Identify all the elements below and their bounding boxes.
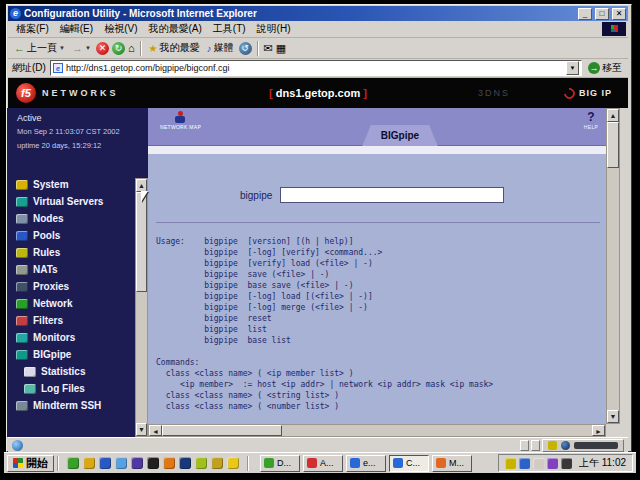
quicklaunch-icon-7[interactable] bbox=[163, 457, 175, 469]
usage-line: bigpipe [-log] merge (<file> | -) bbox=[156, 302, 602, 313]
quicklaunch-icon-3[interactable] bbox=[99, 457, 111, 469]
refresh-button[interactable]: ↻ bbox=[112, 42, 125, 55]
tray-icon-4[interactable] bbox=[547, 458, 558, 469]
close-button[interactable]: ✕ bbox=[612, 8, 626, 20]
quicklaunch-icon-5[interactable] bbox=[131, 457, 143, 469]
home-button[interactable]: ⌂ bbox=[128, 42, 135, 55]
window-title: Configuration Utility - Microsoft Intern… bbox=[24, 8, 575, 19]
bigpipe-command-input[interactable] bbox=[280, 187, 504, 203]
window-app-icon bbox=[436, 458, 446, 468]
scroll-down-button[interactable]: ▼ bbox=[607, 410, 619, 423]
floating-app-icon-1[interactable] bbox=[548, 441, 557, 450]
window-app-icon bbox=[264, 458, 274, 468]
favorites-button[interactable]: ★ 我的最愛 bbox=[147, 40, 202, 56]
help-button[interactable]: ? HELP bbox=[576, 111, 606, 130]
sidebar-item[interactable]: Virtual Servers bbox=[7, 193, 137, 210]
taskbar-window-button[interactable]: D... bbox=[260, 455, 300, 472]
address-dropdown-button[interactable]: ▼ bbox=[566, 61, 579, 75]
rules-icon bbox=[16, 248, 28, 258]
quicklaunch-icon-2[interactable] bbox=[83, 457, 95, 469]
floating-app-bar[interactable] bbox=[542, 439, 624, 452]
forward-button[interactable]: → ▼ bbox=[70, 41, 93, 55]
sidebar-item[interactable]: Rules bbox=[7, 244, 137, 261]
bigip-text: BIG IP bbox=[579, 88, 612, 98]
content-vertical-scrollbar[interactable]: ▲ ▼ bbox=[606, 108, 620, 424]
tray-volume-icon[interactable] bbox=[505, 458, 516, 469]
window-button-label: M... bbox=[449, 458, 464, 468]
media-button[interactable]: ♪ 媒體 bbox=[205, 40, 236, 56]
quicklaunch-icon-11[interactable] bbox=[227, 457, 239, 469]
taskbar: 開始 D... A... e... C... bbox=[4, 452, 636, 473]
sidebar-item[interactable]: Nodes bbox=[7, 210, 137, 227]
sidebar-item[interactable]: Monitors bbox=[7, 329, 137, 346]
forward-dropdown-icon[interactable]: ▼ bbox=[85, 45, 91, 51]
sidebar-item[interactable]: Mindterm SSH bbox=[7, 397, 137, 414]
brand-header: f5 NETWORKS [ dns1.getop.com ] 3DNS BIG … bbox=[8, 78, 628, 108]
mail-button[interactable]: ✉ bbox=[264, 42, 273, 55]
taskbar-window-button[interactable]: e... bbox=[346, 455, 386, 472]
menu-item[interactable]: 檔案(F) bbox=[11, 21, 54, 37]
tray-icon-2[interactable] bbox=[519, 458, 530, 469]
content-horizontal-scrollbar[interactable]: ◄ ► bbox=[148, 424, 606, 437]
sidebar-item[interactable]: NATs bbox=[7, 261, 137, 278]
menu-item[interactable]: 工具(T) bbox=[208, 21, 251, 37]
tray-icon-3[interactable] bbox=[533, 458, 544, 469]
network-map-button[interactable]: NETWORK MAP bbox=[160, 111, 200, 130]
sidebar-item-label: BIGpipe bbox=[33, 349, 71, 360]
mindterm-ssh-icon bbox=[16, 401, 28, 411]
menu-item[interactable]: 說明(H) bbox=[252, 21, 296, 37]
tray-icon-5[interactable] bbox=[561, 458, 572, 469]
usage-line: bigpipe [verify] load (<file> | -) bbox=[156, 258, 602, 269]
back-dropdown-icon[interactable]: ▼ bbox=[59, 45, 65, 51]
sidebar-item[interactable]: BIGpipe bbox=[7, 346, 137, 363]
usage-line: bigpipe reset bbox=[156, 313, 602, 324]
usage-line: bigpipe save (<file> | -) bbox=[156, 269, 602, 280]
back-button[interactable]: ← 上一頁 ▼ bbox=[12, 40, 67, 56]
scroll-up-button[interactable]: ▲ bbox=[607, 109, 619, 122]
start-button[interactable]: 開始 bbox=[7, 455, 54, 472]
sidebar-item[interactable]: Pools bbox=[7, 227, 137, 244]
taskbar-window-button[interactable]: A... bbox=[303, 455, 343, 472]
history-button[interactable]: ↺ bbox=[239, 42, 252, 55]
address-input[interactable] bbox=[66, 63, 563, 73]
sidebar-item[interactable]: Proxies bbox=[7, 278, 137, 295]
quicklaunch-icon-8[interactable] bbox=[179, 457, 191, 469]
stop-button[interactable]: ✕ bbox=[96, 42, 109, 55]
network-icon bbox=[16, 299, 28, 309]
quicklaunch-icon-9[interactable] bbox=[195, 457, 207, 469]
log-files-icon bbox=[24, 384, 36, 394]
taskbar-window-button[interactable]: M... bbox=[432, 455, 472, 472]
quicklaunch-icon-6[interactable] bbox=[147, 457, 159, 469]
minimize-button[interactable]: _ bbox=[578, 8, 592, 20]
quicklaunch-icon-10[interactable] bbox=[211, 457, 223, 469]
sidebar-item-label: Mindterm SSH bbox=[33, 400, 101, 411]
scroll-down-button[interactable]: ▼ bbox=[136, 423, 147, 436]
back-arrow-icon: ← bbox=[14, 42, 25, 54]
go-button[interactable]: → 移至 bbox=[586, 60, 624, 76]
floating-app-icon-2[interactable] bbox=[561, 441, 570, 450]
sidebar-item[interactable]: Filters bbox=[7, 312, 137, 329]
quicklaunch-icon-4[interactable] bbox=[115, 457, 127, 469]
print-button[interactable]: ▦ bbox=[276, 42, 286, 55]
usage-line: bigpipe base list bbox=[156, 335, 602, 346]
sidebar-item[interactable]: Statistics bbox=[7, 363, 137, 380]
go-arrow-icon: → bbox=[588, 62, 600, 74]
sidebar-item[interactable]: System bbox=[7, 176, 137, 193]
taskbar-window-button[interactable]: C... bbox=[389, 455, 429, 472]
scrollbar-thumb[interactable] bbox=[607, 122, 619, 168]
scrollbar-thumb[interactable] bbox=[136, 192, 147, 292]
sidebar-item[interactable]: Network bbox=[7, 295, 137, 312]
scroll-left-button[interactable]: ◄ bbox=[149, 425, 162, 436]
scrollbar-thumb[interactable] bbox=[162, 425, 282, 436]
menu-item[interactable]: 檢視(V) bbox=[99, 21, 142, 37]
menu-item[interactable]: 我的最愛(A) bbox=[143, 21, 206, 37]
sidebar-item[interactable]: Log Files bbox=[7, 380, 137, 397]
title-bar[interactable]: e Configuration Utility - Microsoft Inte… bbox=[8, 6, 628, 21]
menu-item[interactable]: 編輯(E) bbox=[55, 21, 98, 37]
maximize-button[interactable]: □ bbox=[595, 8, 609, 20]
address-input-box[interactable]: e ▼ bbox=[50, 60, 582, 76]
scroll-right-button[interactable]: ► bbox=[592, 425, 605, 436]
quicklaunch-icon-1[interactable] bbox=[67, 457, 79, 469]
floating-app-title bbox=[574, 442, 618, 449]
sidebar-scrollbar[interactable]: ▲ ▼ bbox=[135, 178, 148, 437]
